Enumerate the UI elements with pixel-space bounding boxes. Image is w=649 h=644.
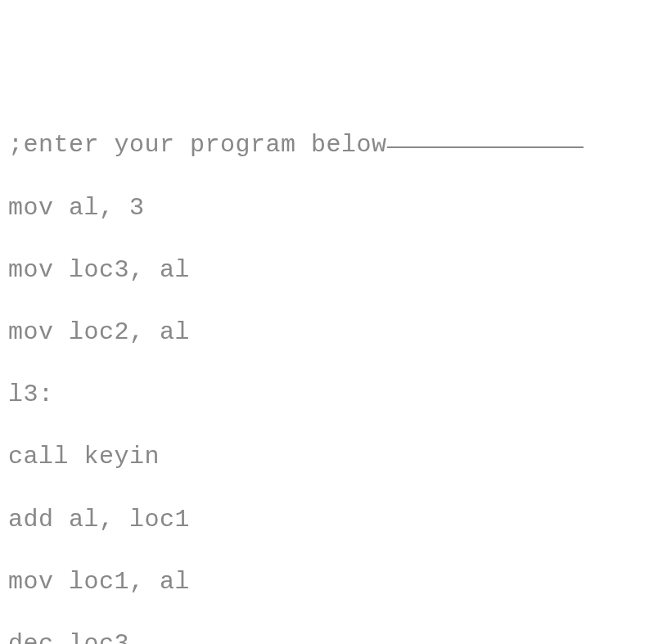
code-text: mov loc3, al <box>8 256 190 284</box>
code-line: dec loc3 <box>8 628 641 644</box>
code-line: l3: <box>8 379 641 410</box>
code-text: l3: <box>8 381 54 408</box>
code-line: call keyin <box>8 441 641 472</box>
code-text: ;enter your program below <box>8 131 387 159</box>
blank-underline <box>387 146 584 148</box>
code-line: mov loc3, al <box>8 254 641 286</box>
code-line: ;enter your program below <box>8 129 641 160</box>
code-text: dec loc3 <box>8 630 129 644</box>
code-line: mov loc2, al <box>8 317 641 348</box>
code-text: mov loc1, al <box>8 568 190 596</box>
code-text: mov al, 3 <box>8 194 145 222</box>
code-line: mov loc1, al <box>8 566 641 597</box>
code-text: call keyin <box>8 443 160 471</box>
code-line: mov al, 3 <box>8 192 641 223</box>
code-text: add al, loc1 <box>8 506 190 534</box>
code-text: mov loc2, al <box>8 318 190 346</box>
code-line: add al, loc1 <box>8 504 641 535</box>
